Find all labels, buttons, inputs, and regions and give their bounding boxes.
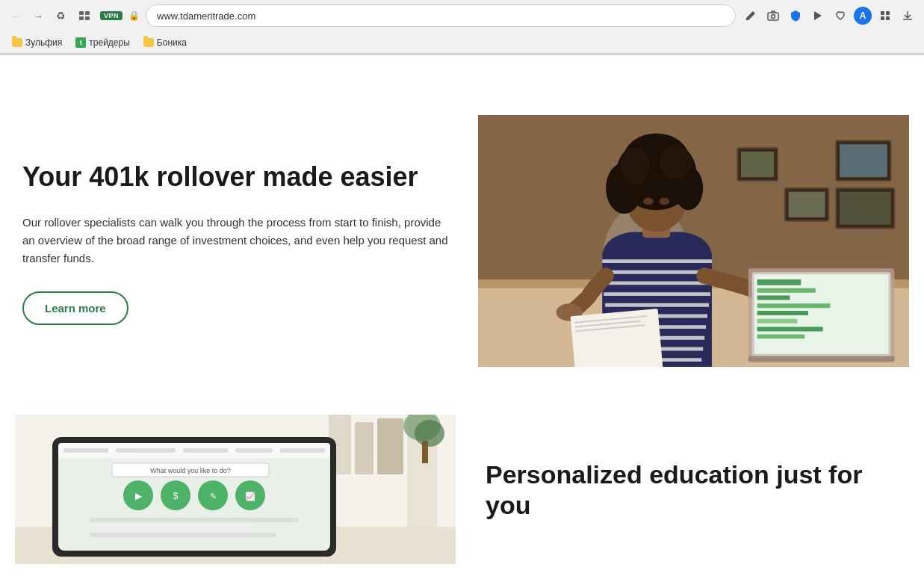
svg-text:What would you like to do?: What would you like to do? bbox=[150, 467, 231, 474]
education-text-block: Personalized education just for you bbox=[486, 415, 909, 521]
svg-rect-95 bbox=[235, 448, 273, 453]
svg-rect-51 bbox=[757, 279, 801, 285]
green-square-icon: t bbox=[75, 37, 86, 48]
svg-rect-72 bbox=[422, 441, 428, 463]
svg-rect-94 bbox=[183, 448, 228, 453]
svg-rect-68 bbox=[377, 418, 403, 474]
svg-rect-90 bbox=[90, 533, 276, 537]
profile-avatar[interactable]: A bbox=[854, 7, 872, 25]
svg-rect-96 bbox=[280, 448, 325, 453]
svg-rect-9 bbox=[881, 16, 884, 20]
edit-icon[interactable] bbox=[742, 7, 760, 25]
svg-rect-4 bbox=[768, 13, 778, 20]
bookmark-bonica-label: Боника bbox=[157, 37, 187, 48]
download-icon[interactable] bbox=[899, 7, 917, 25]
section-education: What would you like to do? ▶ $ ✎ 📈 bbox=[0, 415, 924, 567]
bookmark-traders-label: трейдеры bbox=[89, 37, 130, 48]
svg-rect-88 bbox=[90, 518, 299, 522]
svg-point-5 bbox=[772, 15, 775, 19]
svg-rect-55 bbox=[757, 311, 808, 315]
svg-rect-60 bbox=[571, 309, 664, 367]
education-image: What would you like to do? ▶ $ ✎ 📈 bbox=[15, 415, 456, 567]
svg-rect-17 bbox=[789, 192, 825, 217]
folder-icon bbox=[12, 38, 22, 47]
play-icon[interactable] bbox=[809, 7, 827, 25]
svg-rect-53 bbox=[757, 296, 790, 300]
rollover-heading: Your 401k rollover made easier bbox=[22, 161, 448, 193]
svg-rect-92 bbox=[63, 448, 108, 453]
svg-text:📈: 📈 bbox=[245, 491, 255, 501]
svg-rect-52 bbox=[757, 288, 816, 293]
svg-point-41 bbox=[621, 148, 650, 185]
shield-icon[interactable] bbox=[787, 7, 804, 25]
svg-rect-8 bbox=[886, 11, 890, 15]
extensions-icon[interactable] bbox=[876, 7, 894, 25]
svg-rect-21 bbox=[741, 152, 774, 177]
rollover-text-block: Your 401k rollover made easier Our rollo… bbox=[15, 161, 448, 325]
learn-more-button[interactable]: Learn more bbox=[22, 291, 128, 325]
bookmark-zulfia-label: Зульфия bbox=[25, 37, 62, 48]
section-rollover: Your 401k rollover made easier Our rollo… bbox=[0, 115, 924, 370]
bookmarks-bar: Зульфия t трейдеры Боника bbox=[0, 31, 924, 54]
rollover-image bbox=[478, 115, 909, 370]
education-heading: Personalized education just for you bbox=[486, 459, 894, 521]
tab-switcher-button[interactable] bbox=[75, 7, 94, 24]
bookmark-bonica[interactable]: Боника bbox=[139, 36, 191, 49]
svg-text:✎: ✎ bbox=[210, 492, 217, 501]
svg-rect-0 bbox=[79, 11, 84, 15]
svg-rect-1 bbox=[85, 11, 90, 15]
svg-point-44 bbox=[660, 198, 670, 205]
svg-rect-59 bbox=[748, 356, 895, 362]
back-button[interactable]: ← bbox=[7, 7, 24, 24]
svg-rect-15 bbox=[840, 144, 887, 177]
address-bar[interactable]: www.tdameritrade.com bbox=[146, 4, 736, 27]
svg-point-43 bbox=[643, 198, 654, 205]
camera-icon[interactable] bbox=[764, 7, 782, 25]
svg-rect-56 bbox=[757, 319, 798, 323]
svg-point-42 bbox=[660, 146, 692, 179]
svg-rect-2 bbox=[79, 16, 84, 20]
svg-text:▶: ▶ bbox=[135, 491, 143, 501]
svg-rect-7 bbox=[881, 11, 884, 15]
svg-rect-57 bbox=[757, 327, 823, 332]
svg-rect-89 bbox=[90, 525, 254, 530]
toolbar-icons: A bbox=[742, 7, 917, 25]
svg-rect-58 bbox=[757, 334, 805, 338]
svg-marker-6 bbox=[814, 11, 822, 20]
rollover-body: Our rollover specialists can walk you th… bbox=[22, 214, 448, 267]
svg-rect-10 bbox=[886, 16, 890, 20]
education-scene-svg: What would you like to do? ▶ $ ✎ 📈 bbox=[15, 415, 456, 564]
rollover-scene-svg bbox=[478, 115, 909, 367]
browser-chrome: ← → ♻ VPN 🔒 www.tdameritrade.com bbox=[0, 0, 924, 55]
heart-icon[interactable] bbox=[831, 7, 849, 25]
svg-rect-54 bbox=[757, 303, 831, 308]
svg-point-71 bbox=[415, 420, 444, 447]
forward-button[interactable]: → bbox=[30, 7, 46, 24]
svg-rect-19 bbox=[840, 192, 890, 225]
svg-rect-67 bbox=[355, 422, 373, 474]
top-spacer bbox=[0, 55, 924, 115]
svg-rect-93 bbox=[116, 448, 176, 453]
browser-toolbar: ← → ♻ VPN 🔒 www.tdameritrade.com bbox=[0, 0, 924, 31]
folder-icon-2 bbox=[143, 38, 154, 47]
bookmark-traders[interactable]: t трейдеры bbox=[71, 36, 134, 49]
lock-icon: 🔒 bbox=[128, 10, 140, 21]
url-text: www.tdameritrade.com bbox=[157, 10, 255, 22]
bookmark-zulfia[interactable]: Зульфия bbox=[7, 36, 66, 49]
vpn-badge: VPN bbox=[100, 11, 123, 20]
main-content: Your 401k rollover made easier Our rollo… bbox=[0, 55, 924, 567]
svg-text:$: $ bbox=[173, 491, 179, 501]
svg-rect-3 bbox=[85, 16, 90, 20]
refresh-button[interactable]: ♻ bbox=[52, 7, 69, 24]
